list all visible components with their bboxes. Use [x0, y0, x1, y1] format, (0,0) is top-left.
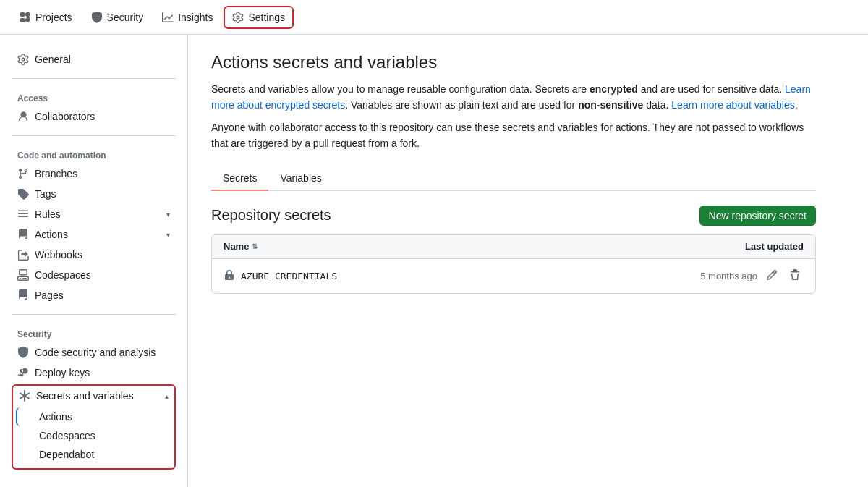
sidebar-item-collaborators[interactable]: Collaborators — [12, 106, 176, 127]
sidebar-secrets-label: Secrets and variables — [36, 390, 134, 402]
chevron-down-icon-2: ▾ — [166, 231, 170, 239]
sidebar-branches-label: Branches — [35, 168, 77, 179]
actions-icon — [17, 229, 29, 240]
nav-insights[interactable]: Insights — [154, 7, 221, 28]
tab-variables[interactable]: Variables — [268, 166, 333, 191]
nav-security-label: Security — [107, 12, 144, 23]
sidebar-code-auto-section: Code and automation — [12, 145, 176, 164]
table-header: Name ⇅ Last updated — [212, 235, 815, 258]
table-row: AZURE_CREDENTIALS 5 months ago — [212, 258, 815, 293]
sidebar-item-deploy-keys[interactable]: Deploy keys — [12, 363, 176, 383]
branch-icon — [17, 168, 29, 179]
sidebar-item-actions[interactable]: Actions ▾ — [12, 224, 176, 245]
graph-icon — [162, 12, 174, 23]
sidebar-deploy-keys-label: Deploy keys — [35, 367, 90, 378]
chevron-up-icon: ▴ — [165, 392, 169, 400]
sidebar-collaborators-label: Collaborators — [35, 111, 95, 122]
shield-small-icon — [17, 347, 29, 358]
sidebar-secrets-sub-items: Actions Codespaces Dependabot — [13, 406, 174, 468]
grid-icon — [20, 12, 31, 23]
asterisk-icon — [19, 390, 30, 402]
person-icon — [17, 111, 29, 122]
webhook-icon — [17, 249, 29, 261]
delete-secret-button[interactable] — [786, 266, 804, 286]
rule-icon — [17, 208, 29, 220]
sidebar-pages-label: Pages — [35, 289, 64, 301]
sidebar-sub-actions[interactable]: Actions — [16, 407, 171, 426]
desc1-bold1: encrypted — [590, 83, 638, 95]
secrets-table: Name ⇅ Last updated AZURE_CREDENTIALS 5 … — [211, 234, 816, 294]
sidebar-item-codespaces[interactable]: Codespaces — [12, 265, 176, 285]
sidebar-tags-label: Tags — [35, 188, 56, 200]
nav-projects[interactable]: Projects — [12, 7, 80, 28]
sidebar-item-pages[interactable]: Pages — [12, 285, 176, 305]
nav-insights-label: Insights — [178, 12, 213, 23]
sidebar-sub-dependabot-label: Dependabot — [39, 449, 94, 460]
tab-secrets[interactable]: Secrets — [211, 166, 268, 191]
sidebar-divider-1 — [12, 78, 176, 79]
sidebar-sub-codespaces[interactable]: Codespaces — [16, 426, 171, 445]
desc1-mid: and are used for sensitive data. — [638, 83, 785, 95]
sidebar-item-code-security[interactable]: Code security and analysis — [12, 342, 176, 363]
sidebar-secrets-header[interactable]: Secrets and variables ▴ — [13, 386, 174, 406]
col-updated-header: Last updated — [745, 241, 804, 252]
sidebar-sub-dependabot[interactable]: Dependabot — [16, 445, 171, 464]
nav-security[interactable]: Security — [83, 7, 152, 28]
sidebar-divider-2 — [12, 135, 176, 136]
tab-secrets-label: Secrets — [223, 172, 257, 184]
repo-secrets-title: Repository secrets — [211, 207, 331, 224]
sidebar-item-rules[interactable]: Rules ▾ — [12, 204, 176, 224]
learn-more-variables-link[interactable]: Learn more about variables — [671, 99, 794, 111]
secret-name: AZURE_CREDENTIALS — [224, 270, 337, 281]
chevron-down-icon: ▾ — [166, 211, 170, 219]
sidebar-access-section: Access — [12, 88, 176, 106]
main-layout: General Access Collaborators Code and au… — [0, 35, 868, 487]
edit-secret-button[interactable] — [763, 266, 780, 286]
trash-icon — [789, 269, 801, 281]
sidebar-general-label: General — [35, 54, 71, 65]
desc1-bold2: non-sensitive — [578, 99, 643, 111]
sidebar-item-branches[interactable]: Branches — [12, 164, 176, 184]
sidebar-divider-3 — [12, 314, 176, 315]
sidebar-item-general[interactable]: General — [12, 49, 176, 69]
codespaces-icon — [17, 269, 29, 281]
key-icon — [17, 367, 29, 378]
nav-settings[interactable]: Settings — [224, 6, 294, 29]
main-content: Actions secrets and variables Secrets an… — [188, 35, 839, 487]
desc1-start: Secrets and variables allow you to manag… — [211, 83, 590, 95]
top-navigation: Projects Security Insights Settings — [0, 0, 868, 35]
secret-updated-text: 5 months ago — [700, 271, 757, 281]
secret-row-actions: 5 months ago — [700, 266, 804, 286]
sidebar-sub-actions-label: Actions — [39, 411, 72, 423]
sidebar: General Access Collaborators Code and au… — [0, 35, 188, 487]
sidebar-webhooks-label: Webhooks — [35, 249, 82, 261]
sidebar-codespaces-label: Codespaces — [35, 269, 91, 281]
secret-name-text: AZURE_CREDENTIALS — [241, 271, 337, 281]
gear-icon — [232, 12, 244, 23]
sidebar-sub-codespaces-label: Codespaces — [39, 430, 95, 441]
edit-icon — [766, 269, 778, 281]
description-1: Secrets and variables allow you to manag… — [211, 81, 816, 114]
description-2: Anyone with collaborator access to this … — [211, 119, 816, 152]
sidebar-security-section: Security — [12, 323, 176, 342]
sidebar-rules-label: Rules — [35, 208, 61, 220]
pages-icon — [17, 289, 29, 301]
sidebar-secrets-group: Secrets and variables ▴ Actions Codespac… — [12, 384, 176, 470]
lock-icon — [224, 270, 235, 281]
page-title: Actions secrets and variables — [211, 52, 816, 72]
tab-variables-label: Variables — [280, 172, 321, 184]
nav-settings-label: Settings — [248, 12, 285, 23]
gear-small-icon — [17, 54, 29, 65]
sidebar-code-security-label: Code security and analysis — [35, 347, 156, 358]
sidebar-item-tags[interactable]: Tags — [12, 184, 176, 204]
nav-projects-label: Projects — [35, 12, 72, 23]
sort-icon[interactable]: ⇅ — [252, 242, 258, 250]
shield-icon — [91, 12, 103, 23]
tag-icon — [17, 188, 29, 200]
sidebar-secrets-header-left: Secrets and variables — [19, 390, 134, 402]
new-repository-secret-button[interactable]: New repository secret — [699, 206, 816, 226]
sidebar-actions-label: Actions — [35, 229, 68, 240]
sidebar-item-webhooks[interactable]: Webhooks — [12, 245, 176, 265]
repo-secrets-header: Repository secrets New repository secret — [211, 206, 816, 226]
col-name-header: Name ⇅ — [224, 241, 258, 252]
